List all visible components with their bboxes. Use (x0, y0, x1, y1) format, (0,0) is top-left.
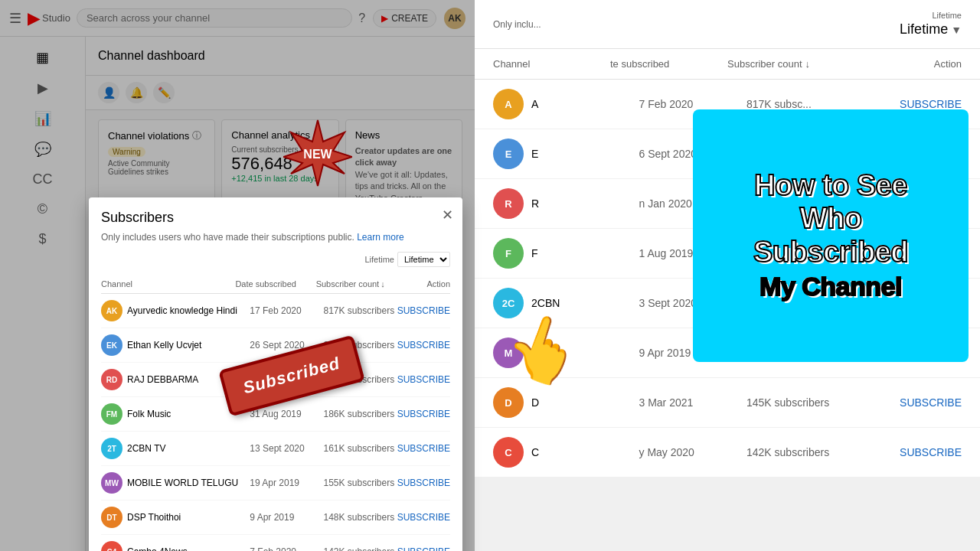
right-channel-name: 2CBN (531, 297, 639, 309)
modal-channel-name: DSP Thoithoi (127, 512, 250, 523)
modal-count: 161K subscribers (323, 443, 397, 454)
learn-more-link[interactable]: Learn more (357, 232, 403, 243)
lifetime-value-selector[interactable]: Lifetime ▼ (900, 21, 962, 37)
col-header-channel: Channel (101, 279, 235, 289)
col-header-count: Subscriber count ↓ (316, 279, 397, 289)
rcol-action-header: Action (884, 58, 962, 70)
modal-list-item: DT DSP Thoithoi 9 Apr 2019 148K subscrib… (101, 500, 450, 535)
right-list-item: D D 3 Mar 2021 145K subscribers SUBSCRIB… (475, 378, 980, 428)
modal-table-header: Channel Date subscribed Subscriber count… (101, 275, 450, 294)
right-channel-name: M (531, 347, 639, 359)
sort-arrow-icon: ↓ (805, 58, 811, 70)
promo-line3: Subscribed (753, 236, 908, 268)
right-col-headers: Channel te subscribed Subscriber count ↓… (475, 49, 980, 80)
modal-subscribe-button[interactable]: SUBSCRIBE (397, 340, 450, 350)
modal-subscribe-button[interactable]: SUBSCRIBE (397, 305, 450, 316)
modal-title: Subscribers (101, 210, 450, 226)
modal-avatar: C4 (101, 541, 122, 551)
chevron-down-icon: ▼ (951, 24, 962, 36)
modal-avatar: 2T (101, 438, 122, 459)
right-subscribe-button[interactable]: SUBSCRIBE (890, 98, 962, 110)
modal-date: 17 Feb 2020 (250, 305, 323, 316)
modal-list-item: C4 Cambo 4News 7 Feb 2020 142K subscribe… (101, 535, 450, 551)
modal-list-item: AK Ayurvedic knowledge Hindi 17 Feb 2020… (101, 294, 450, 328)
modal-channel-name: Ayurvedic knowledge Hindi (127, 305, 250, 316)
modal-list-item: 2T 2CBN TV 13 Sept 2020 161K subscribers… (101, 432, 450, 466)
promo-line1: How to See (754, 169, 907, 201)
right-count: 145K subscribers (746, 396, 890, 409)
modal-count: 148K subscribers (323, 512, 397, 523)
promo-panel: How to See Who Subscribed My Channel (693, 109, 969, 362)
right-date: 7 Feb 2020 (639, 98, 747, 110)
right-avatar: F (493, 238, 524, 269)
col-header-action: Action (397, 279, 450, 289)
right-count: 817K subsc... (746, 98, 890, 110)
modal-count: 817K subscribers (323, 305, 397, 316)
modal-subscribe-button[interactable]: SUBSCRIBE (397, 512, 450, 523)
modal-channel-name: MOBILE WORLD TELUGU (127, 478, 250, 488)
modal-date: 31 Aug 2019 (250, 409, 323, 419)
modal-close-button[interactable]: ✕ (442, 207, 453, 223)
modal-avatar: AK (101, 300, 122, 321)
filter-only-text: Only inclu... (493, 19, 541, 30)
promo-line4: My Channel (760, 272, 902, 301)
right-subscribe-button[interactable]: SUBSCRIBE (890, 446, 962, 458)
modal-channel-name: 2CBN TV (127, 443, 250, 454)
modal-date: 13 Sept 2020 (250, 443, 323, 454)
rcol-channel-header: Channel (493, 58, 610, 70)
modal-date: 19 Apr 2019 (250, 478, 323, 488)
filter-label: Lifetime (364, 255, 394, 264)
modal-count: 186K subscribers (323, 409, 397, 419)
right-avatar: C (493, 437, 524, 468)
lifetime-selector: Lifetime Lifetime ▼ (900, 11, 962, 37)
right-avatar: M (493, 337, 524, 368)
modal-filter-row: Lifetime Lifetime (101, 252, 450, 267)
modal-subscribe-button[interactable]: SUBSCRIBE (397, 478, 450, 488)
modal-subtitle: Only includes users who have made their … (101, 232, 450, 243)
right-channel-name: D (531, 396, 639, 409)
lifetime-label: Lifetime (932, 11, 962, 20)
promo-line2: Who (800, 202, 862, 234)
right-date: 3 Mar 2021 (639, 396, 747, 409)
modal-avatar: MW (101, 472, 122, 494)
right-channel-name: C (531, 446, 639, 458)
right-avatar: E (493, 139, 524, 169)
right-list-item: C C y May 2020 142K subscribers SUBSCRIB… (475, 428, 980, 478)
right-avatar: R (493, 188, 524, 219)
right-avatar: A (493, 89, 524, 119)
modal-date: 7 Feb 2020 (250, 546, 323, 551)
modal-avatar: RD (101, 369, 122, 390)
modal-rows-container: AK Ayurvedic knowledge Hindi 17 Feb 2020… (101, 294, 450, 551)
modal-subscribe-button[interactable]: SUBSCRIBE (397, 409, 450, 419)
right-count: 142K subscribers (746, 446, 890, 458)
col-header-date: Date subscribed (235, 279, 315, 289)
sort-icon[interactable]: ↓ (381, 279, 385, 289)
modal-avatar: FM (101, 403, 122, 425)
modal-avatar: EK (101, 334, 122, 356)
modal-subscribe-button[interactable]: SUBSCRIBE (397, 374, 450, 385)
modal-date: 9 Apr 2019 (250, 512, 323, 523)
modal-subscribe-button[interactable]: SUBSCRIBE (397, 546, 450, 551)
right-channel-name: E (531, 148, 639, 160)
promo-text: How to See Who Subscribed My Channel (753, 169, 908, 303)
right-channel-name: A (531, 98, 639, 110)
modal-list-item: MW MOBILE WORLD TELUGU 19 Apr 2019 155K … (101, 466, 450, 500)
right-top-bar: Only inclu... Lifetime Lifetime ▼ (475, 0, 980, 49)
right-avatar: 2C (493, 288, 524, 318)
filter-select[interactable]: Lifetime (397, 252, 450, 267)
rcol-date-header: te subscribed (610, 58, 727, 70)
modal-channel-name: Cambo 4News (127, 546, 250, 551)
modal-count: 142K subscribers (323, 546, 397, 551)
right-avatar: D (493, 387, 524, 418)
right-channel-name: R (531, 197, 639, 210)
right-subscribe-button[interactable]: SUBSCRIBE (890, 396, 962, 409)
rcol-count-header: Subscriber count ↓ (727, 58, 884, 70)
right-date: y May 2020 (639, 446, 747, 458)
modal-channel-name: Ethan Kelly Ucvjet (127, 340, 250, 350)
modal-subscribe-button[interactable]: SUBSCRIBE (397, 443, 450, 454)
modal-avatar: DT (101, 507, 122, 528)
right-channel-name: F (531, 247, 639, 259)
modal-count: 155K subscribers (323, 478, 397, 488)
